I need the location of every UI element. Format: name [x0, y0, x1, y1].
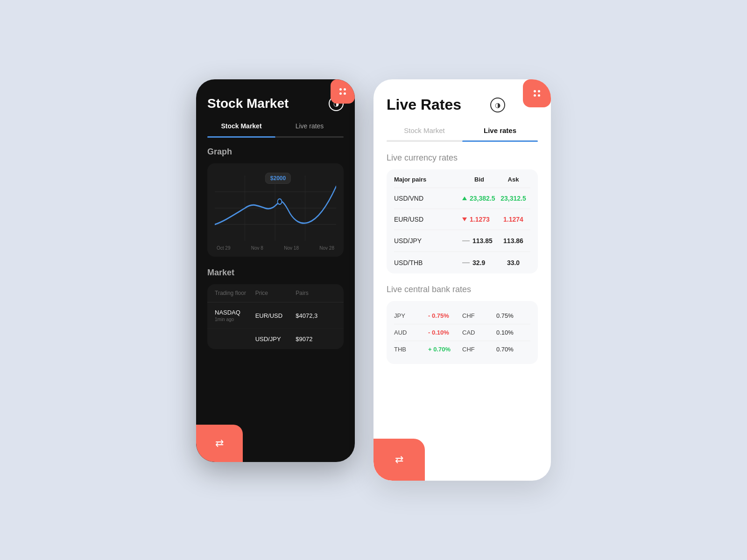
graph-container: $2000 Oct 29 Nov 8 Nov 18 Nov 28: [207, 163, 344, 257]
market-row-1: NASDAQ 1min ago EUR/USD $4072,3: [207, 302, 344, 329]
bid-1: 23,382.5: [462, 195, 496, 202]
contrast-icon-light[interactable]: ◑: [490, 98, 505, 112]
tab-underlines-light: [387, 140, 538, 142]
col-major-pairs: Major pairs: [394, 176, 462, 183]
bank-left-currency-1: JPY: [394, 312, 428, 319]
x-label-4: Nov 28: [319, 245, 334, 251]
tab-live-rates-dark[interactable]: Live rates: [275, 122, 344, 134]
pair-4: USD/THB: [394, 259, 462, 266]
bank-row-2: AUD - 0.10% CAD 0.10%: [394, 324, 530, 341]
tab-stock-market-light[interactable]: Stock Market: [387, 126, 462, 140]
market-price-2: USD/JPY: [255, 336, 296, 343]
pair-1: USD/VND: [394, 195, 462, 202]
tab-live-rates-light[interactable]: Live rates: [462, 126, 538, 140]
grid-icon: [339, 88, 346, 95]
ask-2: 1.1274: [496, 216, 530, 223]
market-row-2: USD/JPY $9072: [207, 329, 344, 349]
arrow-down-icon-2: [462, 217, 467, 221]
pair-2: EUR/USD: [394, 216, 462, 223]
bank-left-rate-2: - 0.10%: [428, 329, 462, 336]
bank-section-title: Live central bank rates: [387, 285, 538, 294]
rates-row-2: EUR/USD 1.1273 1.1274: [394, 209, 530, 230]
grid-button-dark[interactable]: [331, 79, 355, 104]
bank-right-currency-2: CAD: [462, 329, 496, 336]
bank-right-currency-1: CHF: [462, 312, 496, 319]
bank-left-rate-3: + 0.70%: [428, 346, 462, 353]
grid-button-light[interactable]: [523, 79, 551, 107]
bid-3: — 113.85: [462, 237, 496, 245]
dark-phone: Stock Market ◑ Stock Market Live rates G…: [196, 79, 355, 462]
bank-right-rate-1: 0.75%: [496, 312, 530, 319]
grid-icon-light: [534, 90, 540, 97]
bid-2: 1.1273: [462, 216, 496, 223]
bank-left-currency-3: THB: [394, 346, 428, 353]
app-container: Stock Market ◑ Stock Market Live rates G…: [196, 79, 551, 481]
swap-icon-dark: ⇄: [215, 437, 224, 449]
rates-card: Major pairs Bid Ask USD/VND 23,382.5 23,…: [387, 169, 538, 273]
tab-stock-market-dark[interactable]: Stock Market: [207, 122, 275, 134]
bank-row-3: THB + 0.70% CHF 0.70%: [394, 341, 530, 357]
dark-app-title: Stock Market: [207, 96, 289, 111]
light-app-title: Live Rates: [387, 96, 461, 113]
light-phone: Live Rates ◑ Stock Market Live rates Liv…: [374, 79, 551, 481]
market-table-header: Trading floor Price Pairs: [207, 284, 344, 302]
ask-3: 113.86: [496, 237, 530, 245]
x-label-2: Nov 8: [251, 245, 263, 251]
market-pairs-1: $4072,3: [296, 312, 336, 319]
col-ask: Ask: [496, 176, 530, 183]
rates-row-3: USD/JPY — 113.85 113.86: [394, 230, 530, 252]
svg-point-6: [277, 199, 282, 204]
graph-price-label: $2000: [265, 173, 291, 184]
dash-icon-4: —: [462, 259, 470, 267]
bank-left-rate-1: - 0.75%: [428, 312, 462, 319]
underline-active-dark: [207, 134, 275, 138]
underline-inactive-light: [387, 140, 462, 142]
swap-button-light[interactable]: ⇄: [374, 439, 425, 481]
bid-4: — 32.9: [462, 259, 496, 267]
col-bid: Bid: [462, 176, 496, 183]
bank-right-rate-3: 0.70%: [496, 346, 530, 353]
currency-section-title: Live currency rates: [387, 153, 538, 163]
market-floor-1: NASDAQ: [215, 309, 255, 316]
bank-left-currency-2: AUD: [394, 329, 428, 336]
market-pairs-2: $9072: [296, 336, 336, 343]
light-header: Live Rates ◑: [387, 96, 538, 113]
bank-card: JPY - 0.75% CHF 0.75% AUD - 0.10% CAD 0.…: [387, 301, 538, 364]
rates-header: Major pairs Bid Ask: [394, 169, 530, 188]
dark-tabs: Stock Market Live rates: [207, 122, 344, 134]
x-label-1: Oct 29: [217, 245, 230, 251]
market-price-1: EUR/USD: [255, 312, 296, 319]
bank-right-currency-3: CHF: [462, 346, 496, 353]
tab-underlines-dark: [207, 134, 344, 138]
market-table: Trading floor Price Pairs NASDAQ 1min ag…: [207, 284, 344, 349]
dash-icon-3: —: [462, 237, 470, 245]
underline-active-light: [462, 140, 538, 142]
pair-3: USD/JPY: [394, 237, 462, 245]
x-axis-labels: Oct 29 Nov 8 Nov 18 Nov 28: [215, 243, 336, 251]
chart-svg: [215, 175, 336, 241]
bank-right-rate-2: 0.10%: [496, 329, 530, 336]
bank-row-1: JPY - 0.75% CHF 0.75%: [394, 308, 530, 324]
x-label-3: Nov 18: [284, 245, 299, 251]
graph-section-title: Graph: [207, 147, 344, 157]
underline-inactive-dark: [275, 134, 344, 138]
ask-4: 33.0: [496, 259, 530, 266]
col-header-price: Price: [255, 290, 296, 296]
arrow-up-icon-1: [462, 196, 467, 200]
rates-row-4: USD/THB — 32.9 33.0: [394, 252, 530, 273]
swap-button-dark[interactable]: ⇄: [196, 425, 243, 462]
col-header-pairs: Pairs: [296, 290, 336, 296]
col-header-floor: Trading floor: [215, 290, 255, 296]
ask-1: 23,312.5: [496, 195, 530, 202]
swap-icon-light: ⇄: [395, 454, 403, 466]
light-tabs: Stock Market Live rates: [387, 126, 538, 140]
market-section-title: Market: [207, 268, 344, 278]
market-sub-1: 1min ago: [215, 317, 255, 322]
market-section: Market Trading floor Price Pairs NASDAQ …: [207, 268, 344, 349]
dark-header: Stock Market ◑: [207, 96, 344, 111]
rates-row-1: USD/VND 23,382.5 23,312.5: [394, 188, 530, 209]
